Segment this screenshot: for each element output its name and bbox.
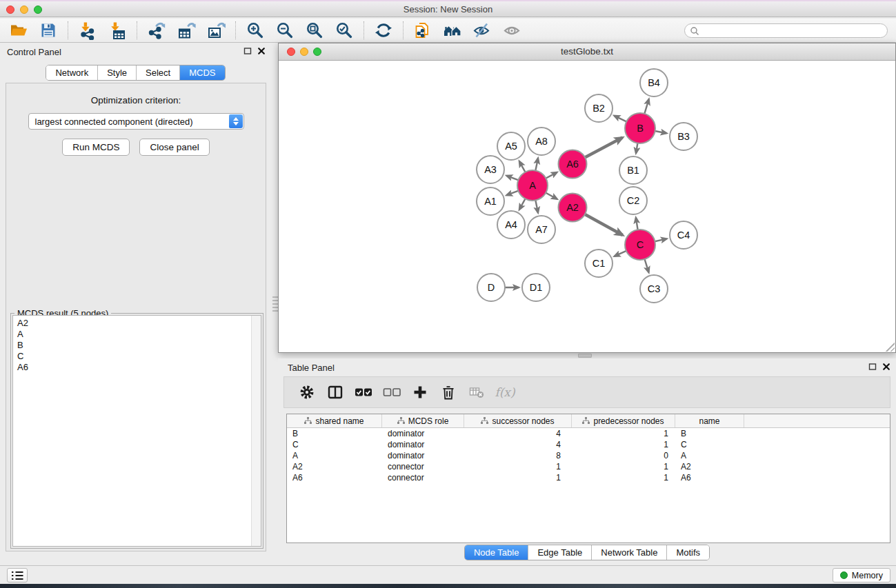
tab-network[interactable]: Network: [46, 65, 97, 80]
tab-edge-table[interactable]: Edge Table: [528, 545, 591, 560]
tab-node-table[interactable]: Node Table: [465, 545, 528, 560]
network-window-titlebar[interactable]: testGlobe.txt: [279, 43, 895, 61]
table-row[interactable]: Bdominator41B: [287, 428, 890, 439]
network-window-title: testGlobe.txt: [279, 46, 895, 57]
memory-label: Memory: [852, 571, 883, 580]
node-A1[interactable]: A1: [477, 187, 504, 215]
table-cell: connector: [382, 461, 464, 472]
node-label: A8: [535, 136, 548, 147]
select-all-checkboxes-icon[interactable]: [355, 382, 372, 403]
main-toolbar: [0, 19, 896, 43]
node-table: shared nameMCDS rolesuccessor nodesprede…: [286, 414, 890, 543]
node-A3[interactable]: A3: [477, 156, 504, 183]
network-canvas[interactable]: B4B2BB3A8A5A6A3B1AA1C2A2A4A7C4CC1C3DD1: [279, 61, 895, 352]
node-label: D: [488, 282, 495, 293]
close-panel-icon[interactable]: [257, 47, 266, 57]
column-header-successor-nodes[interactable]: successor nodes: [464, 414, 572, 427]
table-row[interactable]: Adominator80A: [287, 450, 890, 461]
task-history-button[interactable]: [7, 568, 28, 582]
zoom-fit-icon[interactable]: [304, 20, 325, 41]
column-header-name[interactable]: name: [675, 414, 744, 427]
export-image-icon[interactable]: [206, 20, 226, 41]
deselect-all-checkboxes-icon[interactable]: [383, 382, 401, 403]
delete-table-icon[interactable]: [468, 382, 486, 403]
mcds-result-box: MCDS result (5 nodes) A2ABCA6: [10, 313, 263, 549]
import-network-icon[interactable]: [77, 20, 98, 41]
float-panel-icon[interactable]: [868, 363, 877, 373]
node-B2[interactable]: B2: [585, 94, 613, 122]
node-D[interactable]: D: [477, 274, 505, 301]
node-A5[interactable]: A5: [497, 132, 525, 160]
table-row[interactable]: A2connector11A2: [287, 461, 890, 472]
export-table-icon[interactable]: [176, 20, 197, 41]
column-header-MCDS-role[interactable]: MCDS role: [382, 414, 464, 427]
memory-button[interactable]: Memory: [833, 568, 890, 582]
node-B1[interactable]: B1: [619, 156, 647, 184]
close-panel-button[interactable]: Close panel: [139, 139, 209, 156]
hide-eye-icon[interactable]: [472, 20, 492, 41]
import-table-icon[interactable]: [107, 20, 128, 41]
gear-icon[interactable]: [298, 382, 316, 403]
node-A7[interactable]: A7: [528, 216, 555, 243]
refresh-layout-icon[interactable]: [373, 20, 394, 41]
node-C4[interactable]: C4: [670, 221, 697, 249]
search-input[interactable]: [684, 23, 888, 38]
table-cell: 4: [464, 439, 572, 450]
zoom-in-icon[interactable]: [245, 20, 266, 41]
table-header-row: shared nameMCDS rolesuccessor nodesprede…: [287, 414, 890, 428]
node-C[interactable]: C: [625, 230, 655, 260]
node-C1[interactable]: C1: [585, 250, 613, 277]
open-folder-icon[interactable]: [8, 20, 29, 41]
table-row[interactable]: Cdominator41C: [287, 439, 890, 450]
node-label: A2: [566, 202, 579, 213]
table-cell: 4: [464, 428, 572, 439]
result-list-scrollbar[interactable]: [251, 316, 261, 546]
tab-network-table[interactable]: Network Table: [591, 545, 666, 560]
node-label: C2: [627, 195, 640, 206]
node-A4[interactable]: A4: [497, 211, 525, 239]
control-panel: Control Panel NetworkStyleSelectMCDS Opt…: [0, 43, 271, 565]
node-A[interactable]: A: [517, 170, 548, 201]
node-label: C3: [648, 283, 661, 294]
vertical-splitter-grip[interactable]: [272, 296, 278, 312]
node-C3[interactable]: C3: [640, 275, 668, 303]
save-icon[interactable]: [38, 20, 59, 41]
node-C2[interactable]: C2: [619, 187, 647, 214]
node-B[interactable]: B: [625, 113, 655, 143]
column-type-icon: [397, 416, 405, 426]
add-column-icon[interactable]: [411, 382, 429, 403]
node-D1[interactable]: D1: [522, 274, 550, 301]
table-cell: dominator: [382, 428, 464, 439]
function-icon[interactable]: f(x): [496, 382, 514, 403]
mcds-result-item: A6: [13, 362, 261, 373]
zoom-selected-icon[interactable]: [334, 20, 355, 41]
node-label: A: [529, 180, 536, 191]
table-toolbar: f(x): [283, 376, 890, 408]
float-panel-icon[interactable]: [243, 47, 252, 57]
criterion-dropdown[interactable]: largest connected component (directed): [28, 113, 244, 130]
houses-icon[interactable]: [442, 20, 463, 41]
node-A8[interactable]: A8: [528, 128, 555, 155]
tab-style[interactable]: Style: [97, 65, 136, 80]
tab-mcds[interactable]: MCDS: [179, 65, 224, 80]
tab-motifs[interactable]: Motifs: [666, 545, 709, 560]
horizontal-splitter-grip[interactable]: [578, 354, 592, 358]
zoom-out-icon[interactable]: [275, 20, 295, 41]
column-header-predecessor-nodes[interactable]: predecessor nodes: [572, 414, 675, 427]
close-panel-icon[interactable]: [882, 363, 890, 373]
node-A2[interactable]: A2: [559, 194, 587, 222]
export-network-icon[interactable]: [146, 20, 167, 41]
run-mcds-button[interactable]: Run MCDS: [62, 139, 130, 156]
delete-column-icon[interactable]: [439, 382, 457, 403]
node-A6[interactable]: A6: [559, 150, 587, 179]
column-header-shared-name[interactable]: shared name: [287, 414, 382, 427]
list-icon: [10, 569, 25, 582]
tab-select[interactable]: Select: [136, 65, 179, 80]
split-columns-icon[interactable]: [326, 382, 344, 403]
node-B3[interactable]: B3: [670, 123, 697, 150]
network-document-icon[interactable]: [412, 20, 433, 41]
node-B4[interactable]: B4: [640, 69, 668, 97]
show-eye-icon[interactable]: [501, 20, 522, 41]
table-row[interactable]: A6connector11A6: [287, 472, 890, 483]
table-cell: A2: [287, 461, 382, 472]
